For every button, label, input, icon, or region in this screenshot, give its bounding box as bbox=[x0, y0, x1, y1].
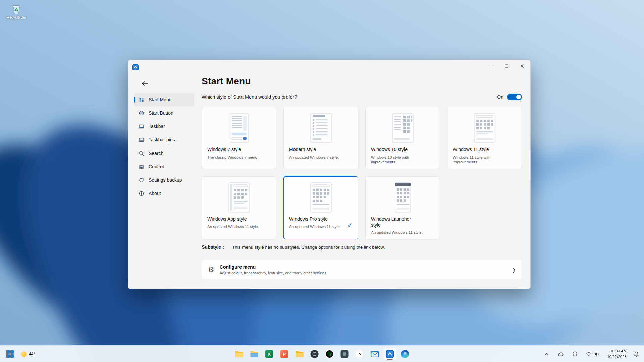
gear-icon: ⚙ bbox=[208, 266, 214, 273]
selected-check-icon: ✓ bbox=[347, 222, 353, 229]
sidebar-item-search[interactable]: Search bbox=[134, 146, 194, 160]
excel-icon: X bbox=[265, 350, 273, 358]
recycle-bin-shortcut[interactable]: Recycle Bin bbox=[3, 3, 30, 19]
main-content: Start Menu Which style of Start Menu wou… bbox=[202, 60, 522, 289]
style-card-desc: The classic Windows 7 menu. bbox=[207, 155, 264, 160]
taskbar-icon bbox=[139, 124, 144, 129]
search-icon bbox=[139, 150, 144, 156]
file-explorer-icon bbox=[235, 351, 243, 358]
taskbar-pins-icon bbox=[139, 137, 144, 143]
chevron-up-icon bbox=[544, 352, 549, 356]
selection-pill bbox=[134, 97, 135, 103]
chevron-right-icon: › bbox=[513, 264, 516, 275]
sidebar-item-settings-backup[interactable]: Settings backup bbox=[134, 173, 194, 187]
configure-menu-subtitle: Adjust colour, transparency, icon size, … bbox=[220, 271, 327, 275]
style-card-desc: An updated Windows 11 style. bbox=[371, 230, 428, 235]
sidebar-item-start-menu[interactable]: Start Menu bbox=[134, 93, 194, 106]
taskbar-app-dark-app[interactable] bbox=[338, 347, 352, 361]
style-card-desc: An updated Windows 11 style. bbox=[207, 224, 264, 229]
substyle-text: This menu style has no substyles. Change… bbox=[232, 245, 385, 250]
sidebar-item-start-button[interactable]: Start Button bbox=[134, 106, 194, 120]
configure-menu-title: Configure menu bbox=[220, 264, 327, 270]
sidebar-item-control[interactable]: Control bbox=[134, 160, 194, 173]
start11-window: Start Menu Start Button Taskbar bbox=[128, 60, 531, 289]
toggle-switch[interactable] bbox=[507, 94, 522, 100]
style-card-title: Windows 7 style bbox=[207, 147, 258, 153]
back-button[interactable] bbox=[140, 79, 150, 88]
sidebar-item-taskbar-pins[interactable]: Taskbar pins bbox=[134, 133, 194, 146]
taskbar-app-powerpoint[interactable]: P bbox=[278, 347, 291, 361]
page-title: Start Menu bbox=[202, 76, 251, 87]
style-card-windows-10[interactable]: Windows 10 style Windows 10 style with i… bbox=[365, 107, 440, 169]
style-card-windows-pro[interactable]: Windows Pro style An updated Windows 11 … bbox=[283, 176, 358, 239]
start11-icon bbox=[386, 350, 394, 358]
start-menu-toggle[interactable]: On bbox=[497, 94, 522, 100]
edge-icon bbox=[401, 350, 409, 358]
sidebar-item-label: Settings backup bbox=[149, 177, 182, 183]
style-preview bbox=[453, 111, 516, 145]
style-preview bbox=[207, 111, 271, 145]
powerpoint-icon: P bbox=[280, 350, 288, 358]
style-preview bbox=[289, 111, 353, 145]
start-menu-icon bbox=[139, 97, 144, 103]
style-card-desc: An updated Windows 11 style. bbox=[289, 224, 346, 229]
style-card-windows-7[interactable]: Windows 7 style The classic Windows 7 me… bbox=[202, 107, 276, 169]
sidebar-item-taskbar[interactable]: Taskbar bbox=[134, 120, 194, 133]
taskbar-app-spotify[interactable] bbox=[323, 347, 336, 361]
tray-date: 10/22/2023 bbox=[607, 354, 627, 360]
taskbar-app-excel[interactable]: X bbox=[263, 347, 276, 361]
sun-icon bbox=[21, 352, 26, 357]
shield-icon bbox=[573, 351, 577, 357]
windows-logo-icon bbox=[6, 350, 14, 358]
taskbar-app-file-explorer[interactable] bbox=[232, 347, 246, 361]
recycle-bin-icon bbox=[10, 3, 22, 15]
clock-button[interactable]: 10:03 AM 10/22/2023 bbox=[604, 347, 630, 361]
style-card-desc: An updated Windows 7 style. bbox=[289, 155, 346, 160]
blue-folder-icon bbox=[250, 351, 258, 358]
style-preview bbox=[371, 180, 434, 215]
style-card-title: Windows Pro style bbox=[289, 216, 339, 222]
style-card-desc: Windows 10 style with improvements. bbox=[371, 155, 428, 165]
style-card-title: Windows Launcher style bbox=[371, 216, 421, 228]
tray-overflow-button[interactable] bbox=[540, 347, 553, 361]
style-card-title: Windows 11 style bbox=[453, 147, 503, 153]
configure-menu-button[interactable]: ⚙ Configure menu Adjust colour, transpar… bbox=[202, 259, 522, 280]
spotify-icon bbox=[326, 350, 334, 358]
taskbar-app-edge[interactable] bbox=[398, 347, 412, 361]
notification-center-button[interactable] bbox=[631, 347, 642, 361]
tray-onedrive-button[interactable] bbox=[554, 347, 568, 361]
taskbar-app-folder-library[interactable] bbox=[248, 347, 261, 361]
active-app-indicator bbox=[387, 359, 393, 360]
sidebar-item-label: Control bbox=[149, 164, 164, 169]
toggle-state-label: On bbox=[497, 94, 503, 100]
start-button-icon bbox=[139, 110, 144, 116]
dark-app-icon bbox=[341, 350, 349, 358]
tray-security-button[interactable] bbox=[568, 347, 582, 361]
sidebar-item-label: Start Button bbox=[149, 110, 173, 116]
style-card-modern[interactable]: Modern style An updated Windows 7 style. bbox=[283, 107, 358, 169]
taskbar-app-mail[interactable] bbox=[368, 347, 382, 361]
media-player-icon bbox=[311, 350, 319, 358]
sidebar-item-label: Taskbar pins bbox=[149, 137, 175, 142]
style-card-windows-11[interactable]: Windows 11 style Windows 11 style with i… bbox=[447, 107, 522, 169]
taskbar-app-notion[interactable]: N bbox=[353, 347, 367, 361]
taskbar-app-folder[interactable] bbox=[293, 347, 306, 361]
style-question-label: Which style of Start Menu would you pref… bbox=[202, 94, 297, 100]
style-card-windows-app[interactable]: Windows App style An updated Windows 11 … bbox=[202, 176, 276, 239]
start-button[interactable] bbox=[3, 347, 17, 361]
quick-settings-button[interactable] bbox=[582, 347, 603, 361]
taskbar: 44° X P bbox=[0, 345, 644, 362]
volume-icon bbox=[594, 352, 600, 357]
taskbar-app-start11[interactable] bbox=[383, 347, 397, 361]
style-card-desc: Windows 11 style with improvements. bbox=[453, 155, 510, 165]
sidebar-item-about[interactable]: About bbox=[134, 187, 194, 200]
sidebar-item-label: Taskbar bbox=[149, 124, 165, 129]
cloud-icon bbox=[558, 352, 564, 356]
weather-temp: 44° bbox=[29, 352, 35, 356]
weather-widget[interactable]: 44° bbox=[18, 347, 38, 361]
style-card-windows-launcher[interactable]: Windows Launcher style An updated Window… bbox=[365, 176, 440, 239]
info-icon bbox=[139, 191, 144, 196]
style-card-grid: Windows 7 style The classic Windows 7 me… bbox=[202, 107, 522, 239]
start11-app-icon bbox=[132, 64, 139, 70]
taskbar-app-media-player[interactable] bbox=[308, 347, 321, 361]
